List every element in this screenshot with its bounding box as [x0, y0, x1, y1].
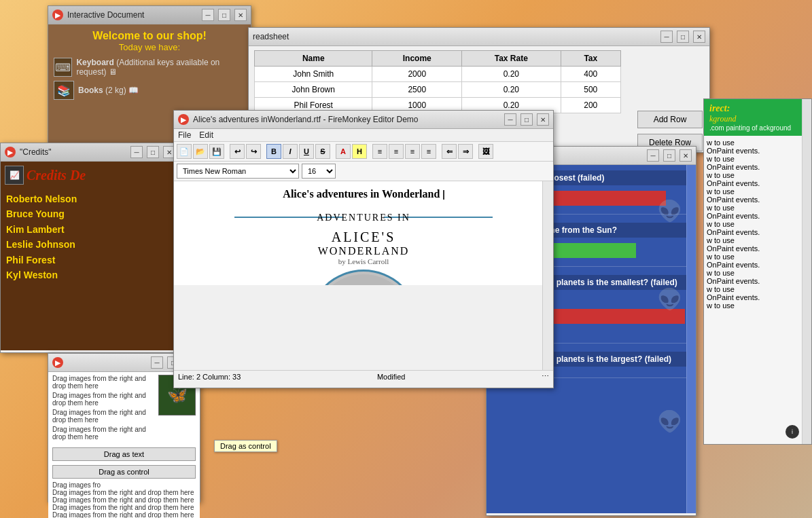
onpaint-line: OnPaint events. [707, 147, 809, 155]
close-button[interactable]: ✕ [234, 9, 247, 21]
onpaint-line: w to use [707, 187, 809, 196]
minimize-button[interactable]: ─ [504, 113, 516, 126]
strikethrough-button[interactable]: S [315, 144, 330, 159]
credit-name-1: Roberto Nelson [6, 191, 174, 206]
align-right-button[interactable]: ≡ [405, 144, 420, 159]
editor-body: Alice's adventures in Wonderland ADVENTU… [174, 181, 553, 370]
book-cover: ADVENTURES IN ALICE'S WONDERLAND by Lewi… [188, 207, 540, 285]
col-header-name: Name [255, 51, 372, 67]
onpaint-line: OnPaint events. [707, 179, 809, 187]
onpaint-line: OnPaint events. [707, 277, 809, 285]
size-select[interactable]: 16 [302, 164, 336, 179]
minimize-button[interactable]: ─ [151, 356, 163, 369]
book-title: ALICE'S [188, 229, 540, 245]
maximize-button[interactable]: □ [147, 146, 159, 158]
credits-icon: ▶ [5, 147, 16, 158]
drag-bottom-4: Drag images from the right and drop them… [52, 504, 196, 511]
onpaint-line: w to use [707, 171, 809, 179]
bold-button[interactable]: B [266, 144, 281, 159]
open-button[interactable]: 📂 [193, 144, 208, 159]
drag-as-control-tooltip: Drag as control [214, 440, 277, 452]
insert-image-button[interactable]: 🖼 [478, 144, 493, 159]
credits-window: ▶ "Credits" ─ □ ✕ 📈 Credits De Roberto N… [0, 143, 180, 353]
book-image-container: 🎩 👒🐱 🃏🔑 [188, 270, 540, 285]
indent-decrease-button[interactable]: ⇐ [442, 144, 457, 159]
onpaint-line: w to use [707, 285, 809, 293]
books-label: Books (2 kg) 📖 [78, 86, 139, 95]
maximize-button[interactable]: □ [677, 31, 689, 43]
svg-text:ADVENTURES IN: ADVENTURES IN [317, 212, 410, 223]
drag-line-3: Drag images from the right and drop them… [52, 409, 154, 424]
status-dots: ⋯ [542, 372, 549, 381]
alien-icon-1: 👽 [657, 199, 682, 223]
close-button[interactable]: ✕ [693, 31, 705, 43]
align-center-button[interactable]: ≡ [389, 144, 404, 159]
editor-title: Alice's adventures inWonderland.rtf - Fi… [193, 115, 500, 124]
redo-button[interactable]: ↪ [246, 144, 261, 159]
spreadsheet-table: Name Income Tax Rate Tax John Smith 2000… [254, 50, 621, 113]
menu-edit[interactable]: Edit [199, 130, 213, 140]
font-color-button[interactable]: A [336, 144, 351, 159]
interactive-doc-content: Welcome to our shop! Today we have: ⌨ Ke… [48, 24, 251, 109]
quiz-scrollbar[interactable] [686, 165, 696, 513]
interactive-document-titlebar: ▶ Interactive Document ─ □ ✕ [48, 6, 251, 24]
editor-text-area[interactable]: Alice's adventures in Wonderland ADVENTU… [174, 181, 553, 285]
maximize-button[interactable]: □ [520, 113, 533, 126]
menu-file[interactable]: File [178, 130, 191, 140]
align-left-button[interactable]: ≡ [372, 144, 387, 159]
onpaint-line: OnPaint events. [707, 293, 809, 301]
onpaint-header: irect: [709, 103, 806, 114]
drag-as-text-button[interactable]: Drag as text [52, 447, 196, 461]
undo-button[interactable]: ↩ [230, 144, 245, 159]
highlight-button[interactable]: H [352, 144, 367, 159]
cell-income: 2500 [372, 82, 462, 98]
close-button[interactable]: ✕ [679, 149, 692, 162]
editor-window: ▶ Alice's adventures inWonderland.rtf - … [173, 110, 554, 388]
indent-increase-button[interactable]: ⇒ [458, 144, 473, 159]
onpaint-line: w to use [707, 301, 809, 310]
interactive-doc-icon: ▶ [52, 10, 63, 20]
add-row-button[interactable]: Add Row [637, 111, 703, 128]
book-cover-image: 🎩 👒🐱 🃏🔑 [309, 270, 418, 285]
book-title-line1: ADVENTURES IN [188, 207, 540, 229]
onpaint-panel: irect: kground .com painting of ackgroun… [703, 98, 812, 445]
cell-taxrate: 0.20 [462, 82, 561, 98]
drag-bottom-lines: Drag images fro Drag images from the rig… [48, 480, 200, 518]
onpaint-line: OnPaint events. [707, 244, 809, 253]
keyboard-icon: ⌨ [54, 58, 72, 77]
new-button[interactable]: 📄 [177, 144, 192, 159]
underline-button[interactable]: U [299, 144, 314, 159]
cell-income: 2000 [372, 67, 462, 82]
onpaint-line: OnPaint events. [707, 212, 809, 220]
drag-line-2: Drag images from the right and drop them… [52, 392, 154, 407]
drag-as-control-button[interactable]: Drag as control [52, 465, 196, 479]
status-modified: Modified [377, 373, 406, 381]
books-icon: 📚 [54, 81, 74, 100]
onpaint-indicator: i [785, 425, 799, 439]
onpaint-desc: .com painting of ackground [709, 124, 806, 132]
svg-point-3 [315, 274, 412, 285]
cell-tax: 200 [561, 98, 620, 113]
drag-content: Drag images from the right and drop them… [48, 372, 200, 518]
credits-content: 📈 Credits De Roberto Nelson Bruce Young … [1, 162, 179, 350]
maximize-button[interactable]: □ [663, 149, 675, 162]
font-select[interactable]: Times New Roman [177, 164, 299, 179]
save-button[interactable]: 💾 [209, 144, 224, 159]
maximize-button[interactable]: □ [218, 9, 230, 21]
minimize-button[interactable]: ─ [660, 31, 673, 43]
onpaint-scrollbar[interactable] [802, 99, 811, 444]
minimize-button[interactable]: ─ [202, 9, 214, 21]
close-button[interactable]: ✕ [537, 113, 549, 126]
cell-tax: 400 [561, 67, 620, 82]
italic-button[interactable]: I [283, 144, 298, 159]
minimize-button[interactable]: ─ [647, 149, 659, 162]
book-subtitle: WONDERLAND [188, 245, 540, 257]
align-justify-button[interactable]: ≡ [421, 144, 436, 159]
table-row: John Brown 2500 0.20 500 [255, 82, 621, 98]
drag-text-area: Drag images from the right and drop them… [52, 375, 154, 441]
minimize-button[interactable]: ─ [130, 146, 143, 158]
credits-graph-icon: 📈 [5, 166, 24, 185]
tooltip-text: Drag as control [220, 442, 271, 450]
drag-line-4: Drag images from the right and drop them… [52, 426, 154, 441]
editor-scrollbar[interactable] [542, 181, 553, 370]
